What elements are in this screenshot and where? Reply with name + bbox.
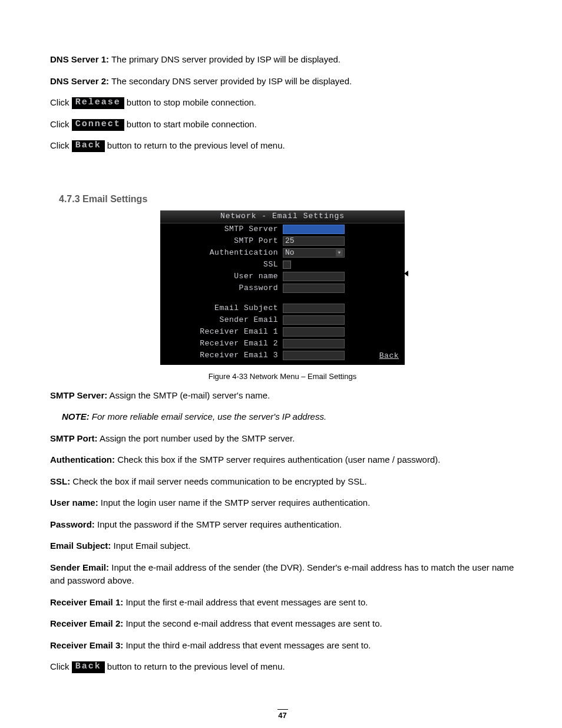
cursor-icon <box>404 271 408 276</box>
smtp-port-desc: SMTP Port: Assign the port number used b… <box>50 432 515 446</box>
click-back-line-2: Click Back button to return to the previ… <box>50 660 515 674</box>
receiver2-input[interactable] <box>283 339 345 348</box>
smtp-server-input[interactable] <box>283 225 345 234</box>
sender-email-input[interactable] <box>283 315 345 325</box>
back-text: button to return to the previous level o… <box>107 140 285 150</box>
email-settings-screenshot: Network - Email Settings SMTP Server SMT… <box>160 210 405 365</box>
click-release-line: Click Release button to stop mobile conn… <box>50 96 515 110</box>
smtp-port-label: SMTP Port <box>160 236 283 245</box>
receiver3-label: Receiver Email 3 <box>160 351 283 360</box>
note-line: NOTE: For more reliable email service, u… <box>62 410 515 424</box>
figure-title: Network - Email Settings <box>160 210 405 223</box>
authentication-label: Authentication <box>160 248 283 257</box>
password-desc: Password: Input the password if the SMTP… <box>50 518 515 532</box>
smtp-port-input[interactable]: 25 <box>283 236 345 246</box>
figure-wrap: Network - Email Settings SMTP Server SMT… <box>50 210 515 365</box>
receiver2-label: Receiver Email 2 <box>160 339 283 348</box>
page-number: 47 <box>277 709 288 720</box>
connect-text: button to start mobile connection. <box>127 119 257 129</box>
page-number-wrap: 47 <box>50 709 515 720</box>
sender-desc: Sender Email: Input the e-mail address o… <box>50 561 515 588</box>
username-desc: User name: Input the login user name if … <box>50 496 515 510</box>
authentication-value: No <box>285 248 295 257</box>
smtp-server-label: SMTP Server <box>160 225 283 233</box>
chevron-down-icon: ▼ <box>336 249 343 256</box>
ssl-label: SSL <box>160 260 283 269</box>
receiver3-desc: Receiver Email 3: Input the third e-mail… <box>50 639 515 653</box>
receiver1-label: Receiver Email 1 <box>160 327 283 336</box>
manual-page: DNS Server 1: The primary DNS server pro… <box>0 0 562 728</box>
receiver3-input[interactable] <box>283 351 345 360</box>
user-name-input[interactable] <box>283 272 345 281</box>
click-connect-line: Click Connect button to start mobile con… <box>50 118 515 131</box>
note-label: NOTE: <box>62 411 90 421</box>
back-button[interactable]: Back <box>72 661 105 673</box>
ssl-desc: SSL: Check the box if mail server needs … <box>50 475 515 489</box>
figure-back-button[interactable]: Back <box>379 351 399 360</box>
sender-email-label: Sender Email <box>160 315 283 324</box>
dns2-line: DNS Server 2: The secondary DNS server p… <box>50 75 515 88</box>
smtp-server-desc: SMTP Server: Assign the SMTP (e-mail) se… <box>50 389 515 403</box>
password-input[interactable] <box>283 284 345 293</box>
release-text: button to stop mobile connection. <box>127 97 256 107</box>
authentication-desc: Authentication: Check this box if the SM… <box>50 453 515 467</box>
dns2-text: The secondary DNS server provided by ISP… <box>109 76 352 86</box>
click-back-line: Click Back button to return to the previ… <box>50 139 515 153</box>
dns1-text: The primary DNS server provided by ISP w… <box>109 54 340 64</box>
email-subject-input[interactable] <box>283 304 345 313</box>
smtp-server-desc-label: SMTP Server: <box>50 390 107 400</box>
email-subject-label: Email Subject <box>160 304 283 312</box>
back-button[interactable]: Back <box>72 140 105 152</box>
section-heading: 4.7.3 Email Settings <box>59 194 515 205</box>
receiver1-input[interactable] <box>283 327 345 337</box>
click-word: Click <box>50 140 72 150</box>
release-button[interactable]: Release <box>72 97 124 109</box>
dns2-label: DNS Server 2: <box>50 76 109 86</box>
dns1-label: DNS Server 1: <box>50 54 109 64</box>
receiver1-desc: Receiver Email 1: Input the first e-mail… <box>50 596 515 610</box>
authentication-select[interactable]: No ▼ <box>283 248 345 258</box>
password-label: Password <box>160 284 283 292</box>
click-word: Click <box>50 97 72 107</box>
figure-caption: Figure 4-33 Network Menu – Email Setting… <box>50 372 515 381</box>
subject-desc: Email Subject: Input Email subject. <box>50 539 515 553</box>
user-name-label: User name <box>160 272 283 281</box>
connect-button[interactable]: Connect <box>72 119 124 131</box>
ssl-checkbox[interactable] <box>283 261 291 269</box>
receiver2-desc: Receiver Email 2: Input the second e-mai… <box>50 617 515 631</box>
dns1-line: DNS Server 1: The primary DNS server pro… <box>50 53 515 67</box>
click-word: Click <box>50 119 72 129</box>
